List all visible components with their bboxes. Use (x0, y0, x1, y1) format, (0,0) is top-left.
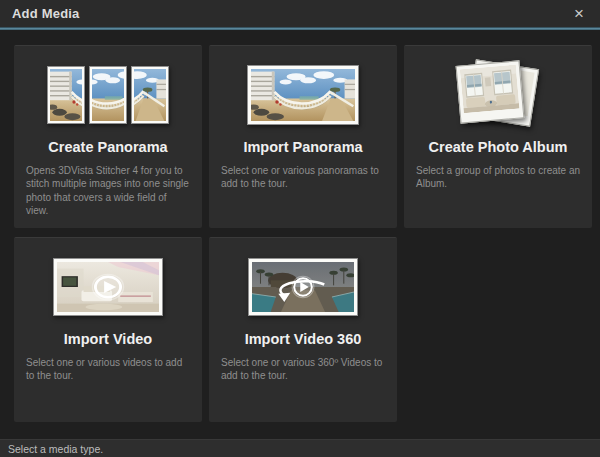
dialog-titlebar: Add Media × (0, 0, 600, 27)
panorama-slice-photo (89, 66, 127, 124)
close-icon[interactable]: × (570, 5, 588, 22)
create-panorama-thumbnail (14, 63, 202, 127)
polaroid-photo (456, 60, 525, 123)
accent-divider (0, 27, 600, 30)
panorama-slice-photo (47, 66, 85, 124)
panorama-slice-photo (131, 66, 169, 124)
card-title: Create Photo Album (404, 139, 592, 155)
play-icon (292, 276, 314, 297)
card-title: Import Panorama (209, 139, 397, 155)
status-bar: Select a media type. (0, 439, 600, 457)
import-video-360-thumbnail (209, 255, 397, 319)
photo-stack-icon (455, 63, 541, 127)
import-panorama-thumbnail (209, 63, 397, 127)
card-description: Opens 3DVista Stitcher 4 for you to stit… (26, 164, 190, 217)
card-title: Import Video 360 (209, 331, 397, 347)
create-photo-album-thumbnail (404, 63, 592, 127)
panorama-strip-icon (47, 66, 169, 124)
media-card-create-panorama[interactable]: Create Panorama Opens 3DVista Stitcher 4… (14, 45, 202, 228)
media-type-grid: Create Panorama Opens 3DVista Stitcher 4… (14, 45, 592, 422)
play-icon (92, 274, 123, 299)
media-card-import-video-360[interactable]: Import Video 360 Select one or various 3… (209, 237, 397, 422)
media-card-create-photo-album[interactable]: Create Photo Album Select a group of pho… (404, 45, 592, 228)
media-card-import-video[interactable]: Import Video Select one or various video… (14, 237, 202, 422)
card-description: Select one or various 360º Videos to add… (221, 356, 385, 383)
import-video-thumbnail (14, 255, 202, 319)
video-360-photo-icon (248, 258, 358, 316)
card-title: Import Video (14, 331, 202, 347)
media-card-import-panorama[interactable]: Import Panorama Select one or various pa… (209, 45, 397, 228)
panorama-photo-icon (247, 65, 359, 125)
card-description: Select one or various videos to add to t… (26, 356, 190, 383)
status-text: Select a media type. (8, 443, 103, 455)
card-description: Select one or various panoramas to add t… (221, 164, 385, 191)
add-media-dialog: Add Media × Create Panorama (0, 0, 600, 457)
card-description: Select a group of photos to create an Al… (416, 164, 580, 191)
card-title: Create Panorama (14, 139, 202, 155)
video-photo-icon (53, 258, 163, 316)
dialog-title: Add Media (12, 6, 80, 21)
